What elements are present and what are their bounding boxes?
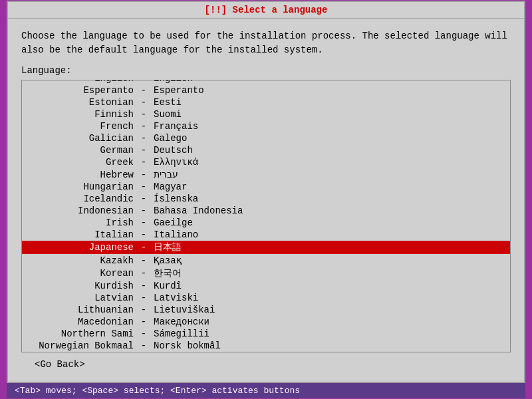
list-item[interactable]: Finnish - Suomi	[22, 108, 510, 120]
list-item[interactable]: German - Deutsch	[22, 144, 510, 156]
list-item[interactable]: Indonesian - Bahasa Indonesia	[22, 205, 510, 217]
title-bar: [!!] Select a language	[8, 2, 524, 19]
lang-translated: עברית	[154, 169, 505, 180]
lang-translated: Eesti	[154, 97, 505, 108]
lang-translated: Íslenska	[154, 194, 505, 204]
list-item[interactable]: Icelandic - Íslenska	[22, 193, 510, 205]
list-item[interactable]: Japanese - 日本語	[22, 241, 510, 254]
lang-separator: -	[134, 182, 154, 192]
lang-native: Northern Sami	[27, 329, 134, 339]
lang-separator: -	[134, 205, 154, 216]
list-item[interactable]: Hebrew - עברית	[22, 168, 510, 181]
lang-separator: -	[134, 194, 154, 204]
description-line1: Choose the language to be used for the i…	[21, 31, 507, 41]
lang-native: Hebrew	[27, 170, 134, 180]
lang-translated: Esperanto	[154, 85, 505, 96]
lang-native: English	[27, 80, 134, 84]
lang-separator: -	[134, 317, 154, 327]
lang-separator: -	[134, 329, 154, 339]
language-list[interactable]: English - EnglishEsperanto - EsperantoEs…	[22, 80, 510, 352]
lang-separator: -	[134, 268, 154, 279]
list-item[interactable]: Estonian - Eesti	[22, 96, 510, 108]
list-item[interactable]: Esperanto - Esperanto	[22, 84, 510, 96]
lang-separator: -	[134, 340, 154, 351]
lang-native: Kazakh	[27, 255, 134, 266]
lang-native: Kurdish	[27, 281, 134, 291]
lang-separator: -	[134, 255, 154, 266]
lang-translated: Gaeilge	[154, 217, 505, 228]
lang-native: Finnish	[27, 109, 134, 120]
lang-native: Indonesian	[27, 205, 134, 216]
lang-translated: English	[154, 80, 505, 84]
lang-native: Icelandic	[27, 194, 134, 204]
lang-separator: -	[134, 80, 154, 84]
list-item[interactable]: Kazakh - Қазақ	[22, 254, 510, 267]
list-item[interactable]: Greek - Ελληνικά	[22, 156, 510, 168]
lang-translated: Norsk bokmål	[154, 340, 505, 351]
lang-separator: -	[134, 293, 154, 303]
list-item[interactable]: French - Français	[22, 120, 510, 132]
lang-native: Irish	[27, 217, 134, 228]
list-item[interactable]: Italian - Italiano	[22, 229, 510, 241]
list-item[interactable]: Lithuanian - Lietuviškai	[22, 304, 510, 316]
description-line2: also be the default language for the ins…	[21, 45, 323, 55]
lang-translated: Kurdî	[154, 281, 505, 291]
lang-translated: Italiano	[154, 229, 505, 240]
lang-separator: -	[134, 85, 154, 96]
list-item[interactable]: Northern Sami - Sámegillii	[22, 328, 510, 340]
description: Choose the language to be used for the i…	[21, 29, 511, 57]
lang-separator: -	[134, 281, 154, 291]
lang-separator: -	[134, 242, 154, 253]
bottom-buttons: <Go Back>	[21, 352, 511, 376]
lang-separator: -	[134, 217, 154, 228]
lang-native: French	[27, 121, 134, 132]
list-item[interactable]: Kurdish - Kurdî	[22, 280, 510, 292]
lang-native: Estonian	[27, 97, 134, 108]
list-item[interactable]: Irish - Gaeilge	[22, 217, 510, 229]
lang-translated: Deutsch	[154, 145, 505, 156]
list-item[interactable]: Latvian - Latviski	[22, 292, 510, 304]
lang-translated: Galego	[154, 133, 505, 144]
lang-native: Macedonian	[27, 317, 134, 327]
status-bar: <Tab> moves; <Space> selects; <Enter> ac…	[7, 383, 525, 398]
lang-native: Lithuanian	[27, 305, 134, 315]
lang-translated: Lietuviškai	[154, 305, 505, 315]
lang-translated: 日本語	[154, 241, 505, 253]
lang-translated: Suomi	[154, 109, 505, 120]
lang-translated: Македонски	[154, 317, 505, 327]
lang-native: Korean	[27, 268, 134, 279]
lang-translated: Қазақ	[154, 255, 505, 266]
lang-separator: -	[134, 170, 154, 180]
lang-separator: -	[134, 305, 154, 315]
lang-separator: -	[134, 157, 154, 168]
lang-separator: -	[134, 109, 154, 120]
main-window: [!!] Select a language Choose the langua…	[7, 1, 525, 383]
window-title: [!!] Select a language	[205, 5, 328, 15]
list-item[interactable]: Hungarian - Magyar	[22, 181, 510, 193]
lang-native: Esperanto	[27, 85, 134, 96]
language-list-container: English - EnglishEsperanto - EsperantoEs…	[21, 80, 511, 352]
list-item[interactable]: Galician - Galego	[22, 132, 510, 144]
lang-translated: Latviski	[154, 293, 505, 303]
lang-translated: Français	[154, 121, 505, 132]
list-item[interactable]: Korean - 한국어	[22, 267, 510, 280]
lang-separator: -	[134, 229, 154, 240]
lang-translated: 한국어	[154, 267, 505, 279]
lang-separator: -	[134, 97, 154, 108]
content-area: Choose the language to be used for the i…	[8, 19, 524, 382]
list-item[interactable]: Macedonian - Македонски	[22, 316, 510, 328]
lang-translated: Ελληνικά	[154, 157, 505, 168]
lang-native: Hungarian	[27, 182, 134, 192]
lang-native: Italian	[27, 229, 134, 240]
lang-native: Norwegian Bokmaal	[27, 340, 134, 351]
list-item[interactable]: Norwegian Bokmaal - Norsk bokmål	[22, 340, 510, 352]
lang-native: German	[27, 145, 134, 156]
lang-native: Galician	[27, 133, 134, 144]
language-label: Language:	[21, 65, 511, 76]
go-back-button[interactable]: <Go Back>	[35, 359, 85, 370]
lang-translated: Bahasa Indonesia	[154, 205, 505, 216]
lang-native: Latvian	[27, 293, 134, 303]
lang-separator: -	[134, 121, 154, 132]
lang-separator: -	[134, 133, 154, 144]
lang-translated: Magyar	[154, 182, 505, 192]
